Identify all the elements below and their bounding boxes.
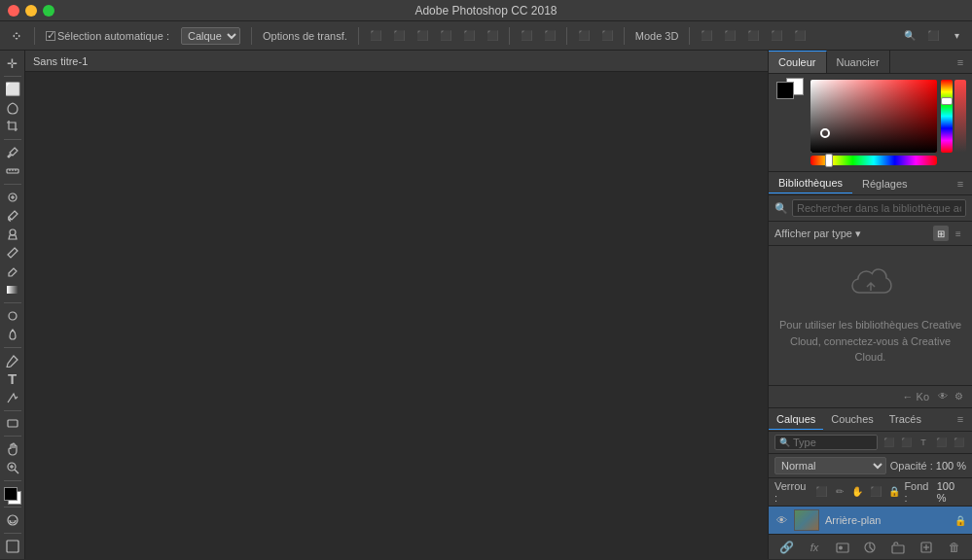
3d-pan-icon[interactable]: ⬛ bbox=[743, 26, 763, 46]
distribute-h-icon[interactable]: ⬛ bbox=[517, 26, 536, 46]
layers-lock-row: Verrou : ⬛ ✏ ✋ ⬛ 🔒 Fond : 100 % bbox=[769, 478, 972, 507]
lock-all-icon[interactable]: 🔒 bbox=[886, 484, 902, 500]
tool-stamp[interactable] bbox=[2, 226, 23, 243]
lock-transparent-icon[interactable]: ⬛ bbox=[814, 484, 830, 500]
toolbar-auto-select[interactable]: ✓ Sélection automatique : bbox=[42, 28, 173, 44]
filter-shape-icon[interactable]: ⬛ bbox=[933, 435, 949, 450]
lib-grid-view-btn[interactable]: ⊞ bbox=[933, 226, 949, 241]
new-layer-btn[interactable] bbox=[917, 538, 936, 557]
tool-hand[interactable] bbox=[2, 440, 23, 458]
warp-icon[interactable]: ⬛ bbox=[597, 26, 617, 46]
lib-footer-eye-btn[interactable]: 👁 bbox=[935, 389, 951, 404]
filter-adjustment-icon[interactable]: ⬛ bbox=[898, 435, 914, 450]
tool-dodge[interactable] bbox=[2, 326, 23, 343]
tool-eraser[interactable] bbox=[2, 262, 23, 280]
tool-quickmask[interactable] bbox=[2, 511, 23, 529]
align-right-icon[interactable]: ⬛ bbox=[413, 26, 432, 46]
align-center-h-icon[interactable]: ⬛ bbox=[389, 26, 409, 46]
toolbar-options[interactable]: Options de transf. bbox=[259, 28, 351, 44]
tab-calques[interactable]: Calques bbox=[769, 409, 823, 430]
tool-gradient[interactable] bbox=[2, 281, 23, 298]
tab-couches[interactable]: Couches bbox=[823, 409, 881, 429]
lock-image-icon[interactable]: ✏ bbox=[832, 484, 847, 500]
lock-position-icon[interactable]: ✋ bbox=[850, 484, 866, 500]
blend-mode-select[interactable]: Normal bbox=[774, 457, 886, 474]
toolbar-move-icon[interactable] bbox=[6, 27, 27, 45]
workspace-arrow-icon[interactable]: ▾ bbox=[947, 26, 966, 46]
3d-scale-icon[interactable]: ⬛ bbox=[790, 26, 810, 46]
layers-panel-collapse[interactable]: ≡ bbox=[953, 411, 968, 427]
lib-list-view-btn[interactable]: ≡ bbox=[951, 226, 966, 241]
auto-select-checkbox[interactable]: ✓ bbox=[46, 31, 55, 41]
canvas-content[interactable] bbox=[25, 72, 768, 559]
color-swatches-icon[interactable] bbox=[2, 485, 23, 503]
tool-screen-mode[interactable] bbox=[2, 538, 23, 555]
toolbar-mode3d[interactable]: Mode 3D bbox=[631, 28, 683, 44]
close-button[interactable] bbox=[8, 5, 19, 17]
color-panel-collapse[interactable]: ≡ bbox=[953, 54, 968, 70]
layer-name: Arrière-plan bbox=[825, 514, 949, 526]
tab-nuancier[interactable]: Nuancier bbox=[827, 51, 890, 73]
lib-search-input[interactable] bbox=[792, 199, 966, 217]
tool-path-select[interactable] bbox=[2, 389, 23, 406]
3d-roll-icon[interactable]: ⬛ bbox=[720, 26, 739, 46]
tab-couleur[interactable]: Couleur bbox=[769, 51, 827, 73]
3d-slide-icon[interactable]: ⬛ bbox=[767, 26, 786, 46]
tab-bibliotheques[interactable]: Bibliothèques bbox=[769, 173, 852, 193]
search-icon[interactable]: 🔍 bbox=[900, 26, 919, 46]
filter-type-icon[interactable]: T bbox=[916, 435, 931, 450]
tool-select-rect[interactable]: ⬜ bbox=[2, 81, 23, 98]
workspace-icon[interactable]: ⬛ bbox=[923, 26, 943, 46]
align-left-icon[interactable]: ⬛ bbox=[366, 26, 385, 46]
layer-fx-btn[interactable]: fx bbox=[805, 538, 824, 557]
tool-crop[interactable] bbox=[2, 118, 23, 135]
alpha-strip[interactable] bbox=[954, 80, 966, 153]
tool-blur[interactable] bbox=[2, 307, 23, 325]
tab-reglages[interactable]: Réglages bbox=[852, 174, 917, 193]
tool-zoom[interactable] bbox=[2, 459, 23, 476]
toolbar-layer-select[interactable]: Calque bbox=[177, 25, 244, 47]
delete-layer-btn[interactable]: 🗑 bbox=[945, 538, 964, 557]
maximize-button[interactable] bbox=[43, 5, 54, 17]
foreground-color-swatch[interactable] bbox=[776, 82, 794, 99]
lib-footer-settings-btn[interactable]: ⚙ bbox=[951, 389, 966, 404]
tool-brush[interactable] bbox=[2, 207, 23, 225]
layers-type-input[interactable] bbox=[793, 437, 842, 448]
add-adjustment-btn[interactable] bbox=[860, 538, 880, 557]
tool-pen[interactable] bbox=[2, 352, 23, 369]
canvas-tab[interactable]: Sans titre-1 bbox=[25, 51, 768, 72]
tool-type[interactable]: T bbox=[2, 370, 23, 388]
align-center-v-icon[interactable]: ⬛ bbox=[459, 26, 479, 46]
tab-traces[interactable]: Tracés bbox=[882, 409, 929, 429]
tool-history-brush[interactable] bbox=[2, 244, 23, 262]
align-bottom-icon[interactable]: ⬛ bbox=[483, 26, 502, 46]
layer-row-background[interactable]: 👁 Arrière-plan 🔒 bbox=[769, 507, 972, 535]
tool-move[interactable]: ✛ bbox=[2, 54, 23, 72]
transform-icon[interactable]: ⬛ bbox=[574, 26, 594, 46]
libraries-panel-collapse[interactable]: ≡ bbox=[953, 176, 968, 192]
canvas-area: Sans titre-1 bbox=[25, 51, 768, 559]
distribute-v-icon[interactable]: ⬛ bbox=[540, 26, 559, 46]
layers-type-filter[interactable]: 🔍 bbox=[774, 435, 878, 450]
align-top-icon[interactable]: ⬛ bbox=[436, 26, 455, 46]
afficher-par-type-btn[interactable]: Afficher par type ▾ bbox=[774, 228, 861, 240]
tool-shape-rect[interactable] bbox=[2, 414, 23, 432]
filter-pixel-icon[interactable]: ⬛ bbox=[881, 435, 896, 450]
tool-ruler[interactable] bbox=[2, 162, 23, 180]
tool-eyedropper[interactable] bbox=[2, 144, 23, 161]
color-gradient-picker[interactable] bbox=[810, 80, 937, 153]
lock-artboard-icon[interactable]: ⬛ bbox=[868, 484, 883, 500]
layer-dropdown[interactable]: Calque bbox=[181, 27, 240, 45]
link-layers-btn[interactable]: 🔗 bbox=[776, 538, 796, 557]
color-picker-area[interactable] bbox=[810, 80, 966, 165]
new-group-btn[interactable] bbox=[888, 538, 908, 557]
color-hue-bar[interactable] bbox=[810, 156, 937, 165]
tool-lasso[interactable] bbox=[2, 99, 23, 117]
tool-healing[interactable] bbox=[2, 189, 23, 206]
layer-visibility-toggle[interactable]: 👁 bbox=[774, 513, 788, 527]
minimize-button[interactable] bbox=[25, 5, 37, 17]
3d-orbit-icon[interactable]: ⬛ bbox=[697, 26, 716, 46]
filter-smart-icon[interactable]: ⬛ bbox=[951, 435, 966, 450]
add-mask-btn[interactable] bbox=[833, 538, 852, 557]
hue-strip[interactable] bbox=[941, 80, 953, 153]
